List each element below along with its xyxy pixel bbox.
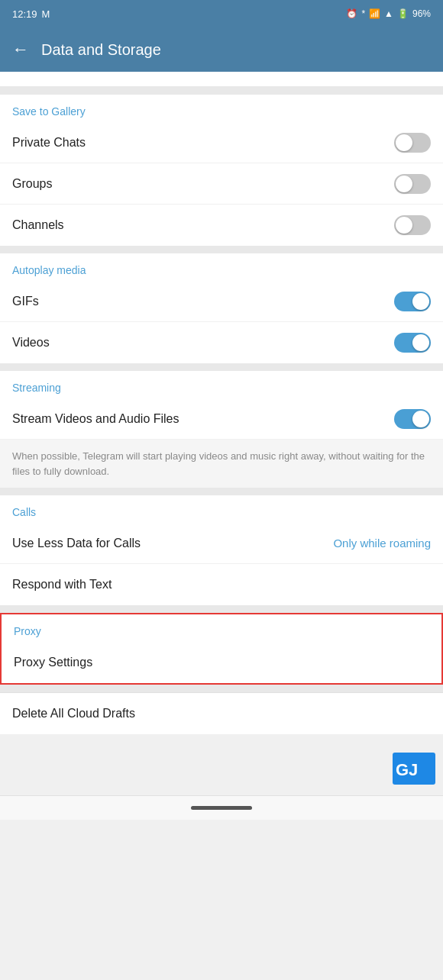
private-chats-row[interactable]: Private Chats: [0, 122, 443, 163]
time: 12:19: [12, 8, 37, 20]
divider-3: [0, 363, 443, 371]
videos-row[interactable]: Videos: [0, 322, 443, 363]
divider-4: [0, 488, 443, 495]
streaming-info: When possible, Telegram will start playi…: [0, 440, 443, 488]
status-left: 12:19 M: [12, 8, 50, 20]
signal-icon: 📶: [369, 8, 380, 19]
autoplay-media-section: Autoplay media GIFs Videos: [0, 253, 443, 363]
gifs-label: GIFs: [12, 295, 39, 308]
wifi-icon: ▲: [384, 8, 393, 19]
private-chats-label: Private Chats: [12, 136, 86, 150]
page-title: Data and Storage: [41, 41, 161, 59]
battery-icon: 🔋: [397, 8, 409, 19]
channels-label: Channels: [12, 218, 64, 232]
stream-videos-toggle[interactable]: [394, 409, 431, 429]
groups-label: Groups: [12, 177, 52, 191]
nav-bar: [0, 795, 443, 820]
channels-row[interactable]: Channels: [0, 205, 443, 246]
footer-area: GJ: [0, 734, 443, 795]
use-less-data-value[interactable]: Only while roaming: [333, 537, 431, 550]
save-to-gallery-section: Save to Gallery Private Chats Groups Cha…: [0, 95, 443, 246]
streaming-section: Streaming Stream Videos and Audio Files …: [0, 371, 443, 488]
battery-pct: 96%: [412, 8, 431, 19]
alarm-icon: ⏰: [346, 8, 357, 19]
watermark: GJ: [393, 753, 435, 788]
email-icon: M: [42, 8, 50, 20]
divider-5: [0, 605, 443, 613]
proxy-header: Proxy: [2, 614, 441, 642]
respond-with-text-label: Respond with Text: [12, 578, 112, 592]
divider-2: [0, 246, 443, 253]
save-to-gallery-header: Save to Gallery: [0, 95, 443, 122]
delete-cloud-drafts-label: Delete All Cloud Drafts: [12, 707, 135, 720]
gifs-row[interactable]: GIFs: [0, 281, 443, 322]
delete-cloud-drafts-row[interactable]: Delete All Cloud Drafts: [0, 693, 443, 734]
proxy-settings-row[interactable]: Proxy Settings: [2, 642, 441, 683]
app-bar: ← Data and Storage: [0, 27, 443, 72]
svg-text:GJ: GJ: [396, 760, 418, 779]
calls-section: Calls Use Less Data for Calls Only while…: [0, 495, 443, 605]
stream-videos-label: Stream Videos and Audio Files: [12, 412, 179, 426]
gifs-toggle-knob: [412, 293, 429, 310]
autoplay-media-header: Autoplay media: [0, 253, 443, 281]
back-button[interactable]: ←: [12, 40, 29, 60]
bottom-section: Delete All Cloud Drafts: [0, 692, 443, 734]
streaming-header: Streaming: [0, 371, 443, 398]
divider-1: [0, 87, 443, 95]
status-right: ⏰ * 📶 ▲ 🔋 96%: [346, 8, 431, 19]
private-chats-toggle-knob: [396, 134, 412, 151]
use-less-data-row[interactable]: Use Less Data for Calls Only while roami…: [0, 523, 443, 564]
proxy-section: Proxy Proxy Settings: [0, 613, 443, 685]
gifs-toggle[interactable]: [394, 292, 431, 311]
divider-6: [0, 685, 443, 692]
use-less-data-label: Use Less Data for Calls: [12, 537, 141, 550]
status-bar: 12:19 M ⏰ * 📶 ▲ 🔋 96%: [0, 0, 443, 27]
bluetooth-icon: *: [361, 8, 365, 19]
videos-toggle[interactable]: [394, 333, 431, 353]
calls-header: Calls: [0, 495, 443, 523]
groups-toggle[interactable]: [394, 174, 431, 194]
nav-bar-pill: [191, 806, 252, 810]
scroll-fade-top: [0, 72, 443, 87]
proxy-settings-label: Proxy Settings: [14, 656, 92, 669]
private-chats-toggle[interactable]: [394, 133, 431, 153]
stream-videos-toggle-knob: [412, 411, 429, 427]
stream-videos-row[interactable]: Stream Videos and Audio Files: [0, 398, 443, 440]
videos-label: Videos: [12, 336, 50, 350]
channels-toggle[interactable]: [394, 215, 431, 235]
videos-toggle-knob: [412, 334, 429, 351]
groups-toggle-knob: [396, 176, 412, 192]
groups-row[interactable]: Groups: [0, 163, 443, 205]
respond-with-text-row[interactable]: Respond with Text: [0, 564, 443, 605]
channels-toggle-knob: [396, 217, 412, 234]
